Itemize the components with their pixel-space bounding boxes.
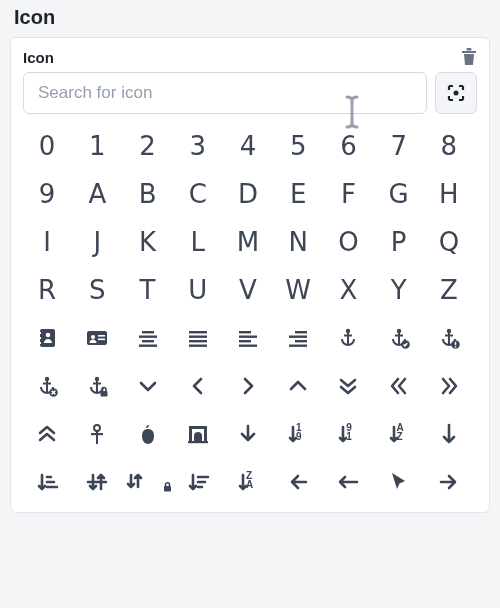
angles-up-icon	[35, 422, 59, 446]
digit-0[interactable]: 0	[23, 124, 71, 168]
digit-3[interactable]: 3	[174, 124, 222, 168]
arrow-pointer-icon[interactable]	[375, 460, 423, 504]
letter-i[interactable]: I	[23, 220, 71, 264]
align-justify-icon	[186, 326, 210, 350]
letter-s[interactable]: S	[73, 268, 121, 312]
svg-rect-3	[40, 329, 55, 347]
letter-p[interactable]: P	[375, 220, 423, 264]
letter-b[interactable]: B	[123, 172, 171, 216]
letter-b-glyph: B	[139, 181, 157, 207]
apple-icon[interactable]	[123, 412, 171, 456]
anchor-xmark-icon[interactable]	[23, 364, 71, 408]
svg-rect-22	[239, 340, 251, 342]
letter-w[interactable]: W	[274, 268, 322, 312]
letter-m-glyph: M	[237, 229, 259, 255]
svg-rect-50	[189, 426, 207, 429]
svg-rect-23	[239, 345, 257, 347]
angles-left-icon[interactable]	[375, 364, 423, 408]
arrow-down-z-a-icon[interactable]: ZA	[224, 460, 272, 504]
anchor-lock-icon[interactable]	[73, 364, 121, 408]
svg-rect-20	[239, 331, 251, 333]
angle-left-icon[interactable]	[174, 364, 222, 408]
letter-n[interactable]: N	[274, 220, 322, 264]
arrow-right-icon[interactable]	[425, 460, 473, 504]
arrow-down-a-z-icon[interactable]: AZ	[375, 412, 423, 456]
delete-icon-button[interactable]	[461, 48, 477, 66]
svg-rect-52	[204, 429, 207, 442]
letter-e-glyph: E	[290, 181, 306, 207]
letter-a[interactable]: A	[73, 172, 121, 216]
digit-6[interactable]: 6	[324, 124, 372, 168]
letter-q[interactable]: Q	[425, 220, 473, 264]
letter-r-glyph: R	[38, 277, 56, 303]
arrow-left-icon[interactable]	[274, 460, 322, 504]
letter-r[interactable]: R	[23, 268, 71, 312]
letter-k[interactable]: K	[123, 220, 171, 264]
letter-l[interactable]: L	[174, 220, 222, 264]
arrow-down-9-1-icon[interactable]: 91	[324, 412, 372, 456]
arrow-down-long-icon[interactable]	[425, 412, 473, 456]
digit-2-glyph: 2	[139, 133, 156, 159]
align-right-icon[interactable]	[274, 316, 322, 360]
ankh-icon[interactable]	[73, 412, 121, 456]
angle-right-icon[interactable]	[224, 364, 272, 408]
svg-point-31	[396, 329, 400, 333]
arrow-down-up-lock-icon[interactable]	[123, 460, 171, 504]
letter-u[interactable]: U	[174, 268, 222, 312]
digit-9[interactable]: 9	[23, 172, 71, 216]
digit-4[interactable]: 4	[224, 124, 272, 168]
arrow-down-up-across-icon[interactable]	[73, 460, 121, 504]
letter-j[interactable]: J	[73, 220, 121, 264]
anchor-exclamation-icon[interactable]	[425, 316, 473, 360]
letter-v[interactable]: V	[224, 268, 272, 312]
letter-h[interactable]: H	[425, 172, 473, 216]
anchor-xmark-icon	[35, 374, 59, 398]
anchor-icon[interactable]	[324, 316, 372, 360]
letter-g[interactable]: G	[375, 172, 423, 216]
letter-a-glyph: A	[88, 181, 106, 207]
align-justify-icon[interactable]	[174, 316, 222, 360]
arrow-down-short-wide-icon[interactable]	[23, 460, 71, 504]
angles-right-icon[interactable]	[425, 364, 473, 408]
arrow-left-long-icon[interactable]	[324, 460, 372, 504]
letter-e[interactable]: E	[274, 172, 322, 216]
digit-5[interactable]: 5	[274, 124, 322, 168]
angle-down-icon[interactable]	[123, 364, 171, 408]
letter-x[interactable]: X	[324, 268, 372, 312]
letter-t-glyph: T	[140, 277, 156, 303]
archway-icon[interactable]	[174, 412, 222, 456]
align-center-icon[interactable]	[123, 316, 171, 360]
align-left-icon[interactable]	[224, 316, 272, 360]
letter-d[interactable]: D	[224, 172, 272, 216]
arrow-down-1-9-icon[interactable]: 19	[274, 412, 322, 456]
letter-s-glyph: S	[89, 277, 106, 303]
letter-m[interactable]: M	[224, 220, 272, 264]
letter-o[interactable]: O	[324, 220, 372, 264]
target-picker-button[interactable]	[435, 72, 477, 114]
angles-down-icon[interactable]	[324, 364, 372, 408]
digit-1[interactable]: 1	[73, 124, 121, 168]
letter-y[interactable]: Y	[375, 268, 423, 312]
digit-2[interactable]: 2	[123, 124, 171, 168]
arrow-down-wide-short-icon[interactable]	[174, 460, 222, 504]
search-input[interactable]	[23, 72, 427, 114]
address-card-icon[interactable]	[73, 316, 121, 360]
angle-up-icon[interactable]	[274, 364, 322, 408]
address-book-icon[interactable]	[23, 316, 71, 360]
digit-9-glyph: 9	[39, 181, 56, 207]
letter-z[interactable]: Z	[425, 268, 473, 312]
icon-grid-scroll[interactable]: 0123456789ABCDEFGHIJKLMNOPQRSTUVWXYZ1991…	[23, 124, 477, 504]
digit-8[interactable]: 8	[425, 124, 473, 168]
letter-c[interactable]: C	[174, 172, 222, 216]
letter-k-glyph: K	[139, 229, 156, 255]
arrow-down-icon[interactable]	[224, 412, 272, 456]
anchor-check-icon[interactable]	[375, 316, 423, 360]
svg-rect-51	[189, 429, 192, 442]
svg-point-35	[447, 329, 451, 333]
letter-f[interactable]: F	[324, 172, 372, 216]
letter-p-glyph: P	[391, 229, 407, 255]
angles-up-icon[interactable]	[23, 412, 71, 456]
digit-7[interactable]: 7	[375, 124, 423, 168]
letter-t[interactable]: T	[123, 268, 171, 312]
arrow-down-wide-short-icon	[186, 470, 210, 494]
